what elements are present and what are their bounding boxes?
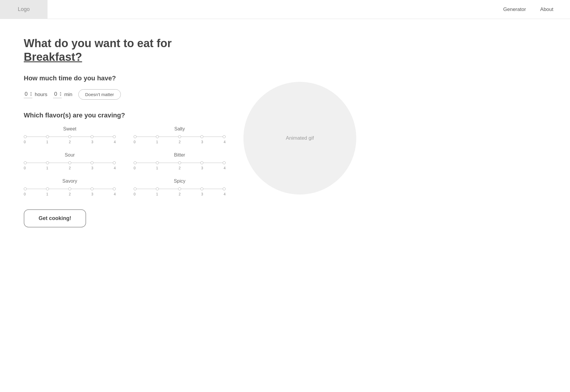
slider-tick-labels: 01234 (24, 192, 116, 196)
slider-dot (91, 187, 94, 190)
right-panel: Animated gif (238, 37, 362, 227)
slider-dots (134, 187, 226, 190)
slider-dot (68, 187, 71, 190)
slider-dot (91, 161, 94, 164)
min-down-arrow[interactable]: ▼ (59, 94, 62, 97)
slider-dots (24, 135, 116, 138)
slider-dot (178, 187, 181, 190)
slider-dot (46, 161, 49, 164)
flavor-item-bitter: Bitter01234 (134, 152, 226, 170)
slider-dot (156, 187, 159, 190)
flavor-slider-bitter[interactable] (134, 161, 226, 165)
flavor-label-spicy: Spicy (174, 179, 185, 184)
logo: Logo (0, 0, 48, 19)
hours-input-group: 0 ▲ ▼ hours (24, 91, 47, 98)
slider-dot (134, 135, 137, 138)
time-controls: 0 ▲ ▼ hours 0 ▲ ▼ min Does (24, 89, 226, 100)
hours-spinner[interactable]: 0 ▲ ▼ (24, 91, 32, 98)
slider-dot (156, 161, 159, 164)
page-heading: What do you want to eat for Breakfast? (24, 37, 226, 64)
flavor-label-sour: Sour (65, 152, 75, 158)
flavor-label-salty: Salty (174, 126, 185, 132)
flavor-label-savory: Savory (62, 179, 77, 184)
slider-tick-labels: 01234 (24, 140, 116, 144)
slider-dot (200, 187, 203, 190)
nav-links: Generator About (503, 7, 570, 12)
flavor-label-bitter: Bitter (174, 152, 185, 158)
flavor-item-sour: Sour01234 (24, 152, 116, 170)
slider-dots (134, 161, 226, 164)
time-section-heading: How much time do you have? (24, 74, 226, 82)
get-cooking-button[interactable]: Get cooking! (24, 209, 86, 227)
slider-tick-labels: 01234 (134, 140, 226, 144)
slider-dot (68, 161, 71, 164)
slider-tick-labels: 01234 (134, 166, 226, 170)
slider-dot (91, 135, 94, 138)
slider-dots (24, 161, 116, 164)
flavor-item-spicy: Spicy01234 (134, 179, 226, 196)
min-arrows: ▲ ▼ (59, 91, 62, 97)
flavor-slider-sour[interactable] (24, 161, 116, 165)
hours-value: 0 (24, 91, 28, 97)
slider-dot (223, 161, 226, 164)
main-container: What do you want to eat for Breakfast? H… (0, 19, 570, 245)
nav-link-generator[interactable]: Generator (503, 7, 526, 12)
min-spinner[interactable]: 0 ▲ ▼ (53, 91, 62, 98)
flavor-grid: Sweet01234Salty01234Sour01234Bitter01234… (24, 126, 226, 196)
flavor-item-salty: Salty01234 (134, 126, 226, 144)
slider-dot (24, 187, 27, 190)
flavor-slider-sweet[interactable] (24, 135, 116, 139)
slider-dots (24, 187, 116, 190)
min-label: min (64, 92, 72, 98)
animated-gif-placeholder: Animated gif (243, 82, 356, 195)
flavor-slider-savory[interactable] (24, 187, 116, 191)
slider-dot (178, 161, 181, 164)
left-panel: What do you want to eat for Breakfast? H… (24, 37, 226, 227)
flavor-item-sweet: Sweet01234 (24, 126, 116, 144)
slider-tick-labels: 01234 (134, 192, 226, 196)
slider-dot (134, 187, 137, 190)
flavor-section-heading: Which flavor(s) are you craving? (24, 111, 226, 119)
slider-dot (200, 135, 203, 138)
flavor-item-savory: Savory01234 (24, 179, 116, 196)
meal-type: Breakfast? (24, 51, 82, 63)
flavor-slider-spicy[interactable] (134, 187, 226, 191)
hours-arrows: ▲ ▼ (30, 91, 32, 97)
slider-dot (113, 135, 116, 138)
slider-dots (134, 135, 226, 138)
slider-dot (156, 135, 159, 138)
nav-link-about[interactable]: About (540, 7, 553, 12)
slider-dot (178, 135, 181, 138)
slider-dot (24, 135, 27, 138)
flavor-label-sweet: Sweet (63, 126, 76, 132)
hours-down-arrow[interactable]: ▼ (30, 94, 32, 97)
slider-dot (24, 161, 27, 164)
slider-dot (223, 187, 226, 190)
slider-dot (134, 161, 137, 164)
slider-dot (223, 135, 226, 138)
slider-dot (200, 161, 203, 164)
navbar: Logo Generator About (0, 0, 570, 19)
hours-label: hours (35, 92, 48, 98)
slider-dot (68, 135, 71, 138)
slider-dot (46, 187, 49, 190)
flavor-slider-salty[interactable] (134, 135, 226, 139)
slider-dot (46, 135, 49, 138)
min-input-group: 0 ▲ ▼ min (53, 91, 72, 98)
min-value: 0 (53, 91, 58, 97)
doesnt-matter-button[interactable]: Doesn't matter (78, 89, 121, 100)
slider-tick-labels: 01234 (24, 166, 116, 170)
slider-dot (113, 187, 116, 190)
slider-dot (113, 161, 116, 164)
